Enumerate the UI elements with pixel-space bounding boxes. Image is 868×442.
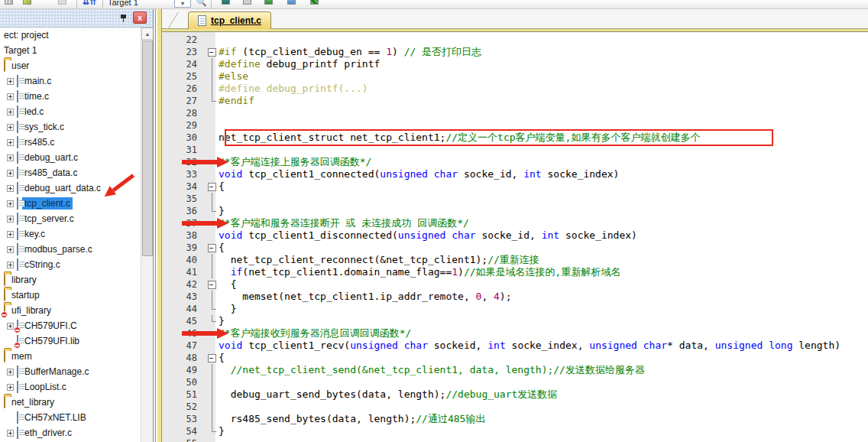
code-line-53[interactable]: 53 rs485_send_bytes(data, length);//通过48… bbox=[162, 413, 868, 425]
expand-plus-icon[interactable] bbox=[7, 185, 14, 192]
tree-item-eth-driver-c[interactable]: eth_driver.c bbox=[0, 425, 141, 440]
scrollbar-up-arrow-icon[interactable]: ▲ bbox=[141, 28, 154, 40]
tree-item-ect-project[interactable]: ect: project bbox=[0, 28, 141, 43]
code-line-48[interactable]: 48{ bbox=[162, 352, 868, 364]
expand-plus-icon[interactable] bbox=[7, 93, 14, 100]
code-line-38[interactable]: 38void tcp_client1_disconnected(unsigned… bbox=[162, 229, 868, 242]
tree-item-buffermanage-c[interactable]: BufferManage.c bbox=[0, 364, 141, 379]
tree-item-rs485-c[interactable]: rs485.c bbox=[0, 135, 141, 150]
tree-item-sys-tick-c[interactable]: sys_tick.c bbox=[0, 119, 141, 135]
tree-item-startup[interactable]: startup bbox=[0, 288, 141, 303]
fold-collapse-icon[interactable] bbox=[206, 46, 219, 58]
tree-item-led-c[interactable]: led.c bbox=[0, 104, 141, 119]
code-line-36[interactable]: 36} bbox=[162, 205, 868, 217]
tree-item-ch579ufi-lib[interactable]: CH579UFI.lib bbox=[0, 333, 141, 349]
code-line-27[interactable]: 27#endif bbox=[162, 95, 868, 107]
code-line-52[interactable]: 52 bbox=[162, 401, 868, 413]
expand-plus-icon[interactable] bbox=[7, 216, 14, 223]
code-line-55[interactable]: 55 bbox=[162, 437, 868, 442]
tree-item-ch57xnet-lib[interactable]: CH57xNET.LIB bbox=[0, 410, 141, 425]
fold-collapse-icon[interactable] bbox=[206, 180, 219, 193]
tree-item-looplist-c[interactable]: LoopList.c bbox=[0, 379, 141, 395]
navigate-arrows-icon[interactable]: ⇊⇈ bbox=[83, 0, 94, 8]
code-line-35[interactable]: 35 bbox=[162, 193, 868, 205]
download-icon[interactable] bbox=[309, 0, 320, 8]
tree-item-net-library[interactable]: net_library bbox=[0, 395, 141, 410]
expand-plus-icon[interactable] bbox=[7, 170, 14, 177]
code-view[interactable]: 2223#if (tcp_client_debug_en == 1) // 是否… bbox=[162, 32, 868, 442]
code-line-45[interactable]: 45} bbox=[162, 315, 868, 327]
tab-tcp-client[interactable]: tcp_client.c bbox=[188, 11, 271, 29]
build-icon[interactable] bbox=[241, 0, 253, 8]
tree-item-user[interactable]: user bbox=[0, 58, 141, 73]
code-line-50[interactable]: 50 bbox=[162, 376, 868, 388]
expand-plus-icon[interactable] bbox=[7, 200, 14, 207]
code-line-25[interactable]: 25#else bbox=[162, 70, 868, 83]
tree-item-ufi-library[interactable]: ufi_library bbox=[0, 303, 141, 318]
rebuild-icon[interactable] bbox=[263, 0, 274, 8]
code-line-46[interactable]: 46/*客户端接收到服务器消息回调回调函数*/ bbox=[162, 327, 868, 340]
expand-plus-icon[interactable] bbox=[7, 154, 14, 161]
fold-collapse-icon[interactable] bbox=[206, 278, 219, 291]
tree-item-modbus-parse-c[interactable]: modbus_parse.c bbox=[0, 242, 141, 257]
configure-target-icon[interactable] bbox=[21, 0, 33, 8]
tree-item-tcp-client-c[interactable]: tcp_client.c bbox=[0, 196, 141, 211]
editor-area: tcp_client.c 2223#if (tcp_client_debug_e… bbox=[162, 9, 868, 442]
code-line-44[interactable]: 44 } bbox=[162, 303, 868, 315]
tree-item-key-c[interactable]: key.c bbox=[0, 226, 141, 242]
code-line-41[interactable]: 41 if(net_tcp_client1.domain_name_flag==… bbox=[162, 266, 868, 278]
scrollbar-thumb[interactable] bbox=[142, 41, 153, 256]
code-line-34[interactable]: 34{ bbox=[162, 180, 868, 193]
code-line-40[interactable]: 40 net_tcp_client_reconnect(&net_tcp_cli… bbox=[162, 254, 868, 266]
tree-item-tcp-server-c[interactable]: tcp_server.c bbox=[0, 211, 141, 226]
target-combo-dropdown[interactable]: ▼ bbox=[174, 0, 191, 8]
expand-plus-icon[interactable] bbox=[7, 384, 14, 391]
code-line-22[interactable]: 22 bbox=[162, 34, 868, 46]
code-line-24[interactable]: 24#define debug_printf printf bbox=[162, 58, 868, 70]
code-line-49[interactable]: 49 //net_tcp_client_send(&net_tcp_client… bbox=[162, 364, 868, 376]
code-line-47[interactable]: 47void tcp_client1_recv(unsigned char so… bbox=[162, 340, 868, 352]
grid-icon[interactable] bbox=[3, 0, 15, 8]
expand-plus-icon[interactable] bbox=[7, 109, 14, 115]
translate-icon[interactable] bbox=[220, 0, 232, 8]
code-line-28[interactable]: 28 bbox=[162, 107, 868, 119]
tree-item-target-1[interactable]: Target 1 bbox=[0, 43, 141, 58]
fold-collapse-icon[interactable] bbox=[206, 242, 219, 254]
tree-item-debug-uart-c[interactable]: debug_uart.c bbox=[0, 150, 141, 165]
tree-item-ch579ufi-c[interactable]: CH579UFI.C bbox=[0, 318, 141, 333]
expand-plus-icon[interactable] bbox=[7, 369, 14, 375]
expand-plus-icon[interactable] bbox=[7, 323, 14, 330]
tree-item-mem[interactable]: mem bbox=[0, 349, 141, 364]
code-line-26[interactable]: 26#define debug_printf(...) bbox=[162, 83, 868, 95]
code-text bbox=[219, 107, 868, 119]
expand-plus-icon[interactable] bbox=[7, 262, 14, 268]
tree-item-main-c[interactable]: main.c bbox=[0, 73, 141, 89]
expand-plus-icon[interactable] bbox=[7, 78, 14, 85]
target-select-label[interactable]: Target 1 bbox=[108, 0, 138, 7]
expand-plus-icon[interactable] bbox=[7, 124, 14, 131]
code-line-33[interactable]: 33void tcp_client1_connected(unsigned ch… bbox=[162, 168, 868, 180]
fold-collapse-icon[interactable] bbox=[206, 352, 219, 364]
tree-item-label: tcp_server.c bbox=[22, 213, 76, 225]
tree-item-cstring-c[interactable]: cString.c bbox=[0, 257, 141, 272]
code-line-37[interactable]: 37/*客户端和服务器连接断开 或 未连接成功 回调函数*/ bbox=[162, 217, 868, 229]
expand-plus-icon[interactable] bbox=[7, 231, 14, 238]
code-line-32[interactable]: 32/*客户端连接上服务器回调函数*/ bbox=[162, 156, 868, 168]
expand-plus-icon[interactable] bbox=[7, 246, 14, 253]
auto-hide-pin-icon[interactable] bbox=[119, 14, 127, 23]
batch-build-icon[interactable] bbox=[286, 0, 297, 8]
code-line-42[interactable]: 42 { bbox=[162, 278, 868, 291]
find-in-files-icon[interactable]: 🔍 bbox=[196, 0, 207, 8]
code-line-54[interactable]: 54} bbox=[162, 425, 868, 437]
code-line-43[interactable]: 43 memset(net_tcp_client1.ip_addr_remote… bbox=[162, 291, 868, 303]
tree-item-time-c[interactable]: time.c bbox=[0, 89, 141, 104]
panel-splitter[interactable] bbox=[153, 9, 162, 442]
close-panel-button[interactable]: x bbox=[133, 11, 147, 24]
expand-plus-icon[interactable] bbox=[7, 139, 14, 146]
code-line-23[interactable]: 23#if (tcp_client_debug_en == 1) // 是否打印… bbox=[162, 46, 868, 58]
code-line-39[interactable]: 39{ bbox=[162, 242, 868, 254]
tree-item-library[interactable]: library bbox=[0, 272, 141, 288]
expand-plus-icon[interactable] bbox=[7, 430, 14, 437]
code-line-51[interactable]: 51 debug_uart_send_bytes(data, length);/… bbox=[162, 388, 868, 401]
project-tree-scrollbar[interactable]: ▲ bbox=[141, 28, 153, 442]
